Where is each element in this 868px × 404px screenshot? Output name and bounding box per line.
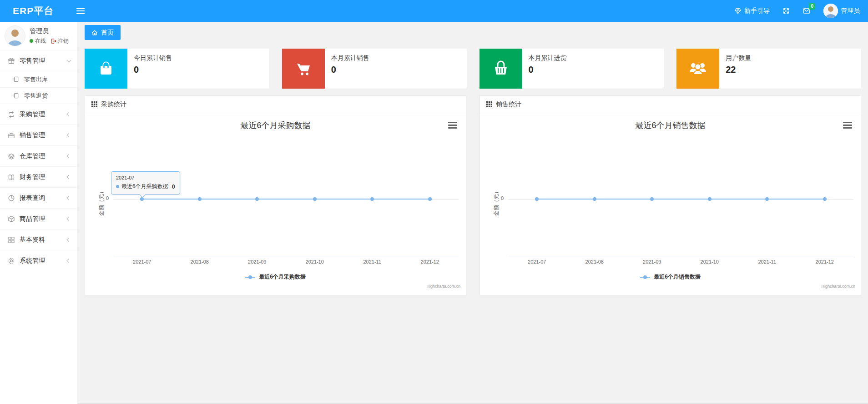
stat-card-month-sales[interactable]: 本月累计销售 0 (282, 49, 467, 89)
chevron-left-icon (67, 133, 71, 138)
sidebar: 管理员 在线 注销 零售管理 (0, 22, 77, 404)
stat-card-month-purchases[interactable]: 本月累计进货 0 (479, 49, 664, 89)
th-grid-icon (486, 101, 492, 107)
navbar-user-name: 管理员 (841, 7, 860, 15)
document-icon (13, 76, 20, 83)
tooltip-value: 0 (172, 184, 175, 190)
y-axis-title: 金额（元） (98, 189, 106, 216)
chevron-left-icon (67, 154, 71, 159)
gear-icon (8, 257, 15, 264)
data-point (255, 197, 259, 201)
stat-card-today-sales[interactable]: 今日累计销售 0 (85, 49, 269, 89)
sidebar-item-warehouse[interactable]: 仓库管理 (0, 145, 77, 166)
sales-stats-panel: 销售统计 最近6个月销售数据 金额（元） 0 2021-07 2021-08 2… (479, 95, 861, 295)
pie-chart-icon (8, 195, 15, 202)
chevron-left-icon (67, 259, 71, 263)
briefcase-icon (8, 132, 15, 139)
stat-card-value: 0 (529, 65, 567, 75)
legend-item[interactable]: 最近6个月销售数据 (480, 273, 861, 281)
y-axis-tick: 0 (85, 195, 109, 201)
stat-card-value: 0 (331, 65, 369, 75)
stat-card-user-count[interactable]: 用户数量 22 (676, 49, 861, 89)
shopping-basket-icon (490, 58, 511, 79)
purchase-stats-panel: 采购统计 最近6个月采购数据 金额（元） 0 2021-07 2021-08 2… (85, 95, 466, 295)
online-status-dot (30, 39, 33, 43)
data-point (765, 197, 769, 201)
tab-home[interactable]: 首页 (85, 25, 121, 40)
highcharts-credit-link[interactable]: Highcharts.com.cn (426, 284, 460, 289)
sidebar-item-retail[interactable]: 零售管理 (0, 50, 77, 71)
messages-button[interactable]: 0 (802, 7, 811, 15)
sidebar-item-products[interactable]: 商品管理 (0, 208, 77, 229)
tooltip-series-label: 最近6个月采购数据: (121, 183, 170, 190)
gift-icon (8, 57, 15, 65)
x-axis-label: 2021-07 (113, 259, 171, 264)
sidebar-item-sales[interactable]: 销售管理 (0, 125, 77, 145)
sidebar-item-retail-outbound[interactable]: 零售出库 (0, 71, 77, 87)
user-menu[interactable]: 管理员 (823, 4, 860, 18)
app-brand: ERP平台 (0, 5, 54, 17)
stat-card-value: 0 (134, 65, 172, 75)
sidebar-item-finance[interactable]: 财务管理 (0, 166, 77, 187)
repeat-icon (8, 111, 15, 118)
guide-button[interactable]: 新手引导 (734, 7, 770, 15)
chart-title: 最近6个月采购数据 (85, 120, 466, 131)
fullscreen-icon (782, 7, 790, 15)
sidebar-item-purchase[interactable]: 采购管理 (0, 104, 77, 125)
tooltip-header: 2021-07 (116, 175, 175, 180)
chart-context-menu-button[interactable] (842, 120, 853, 130)
avatar (823, 4, 838, 18)
chart-context-menu-button[interactable] (447, 120, 459, 130)
sidebar-item-retail-return[interactable]: 零售退货 (0, 87, 77, 104)
logout-button[interactable]: 注销 (50, 37, 69, 45)
tab-bar: 首页 (85, 25, 861, 40)
data-point (428, 197, 432, 201)
purchase-chart: 最近6个月采购数据 金额（元） 0 2021-07 2021-08 2021-0… (85, 113, 466, 295)
panel-header: 销售统计 (480, 96, 861, 113)
panel-title: 销售统计 (496, 100, 521, 109)
data-point (708, 197, 712, 201)
legend-marker-icon (640, 275, 650, 279)
data-point (650, 197, 654, 201)
x-axis-label: 2021-09 (228, 259, 286, 264)
panel-title: 采购统计 (101, 100, 126, 109)
chevron-left-icon (67, 238, 71, 242)
stat-cards-row: 今日累计销售 0 本月累计销售 0 (85, 49, 861, 89)
sidebar-item-basic-data[interactable]: 基本资料 (0, 229, 77, 250)
logout-label: 注销 (58, 37, 69, 45)
sidebar-menu: 零售管理 零售出库 零售退货 采购管理 销售管理 (0, 50, 77, 271)
tab-home-label: 首页 (101, 29, 114, 37)
data-point (198, 197, 202, 201)
x-axis-label: 2021-12 (401, 259, 458, 264)
sidebar-item-system[interactable]: 系统管理 (0, 250, 77, 271)
avatar (5, 25, 25, 46)
x-axis-label: 2021-11 (343, 259, 401, 264)
sidebar-user-name: 管理员 (30, 27, 69, 35)
highcharts-credit-link[interactable]: Highcharts.com.cn (821, 284, 855, 289)
book-icon (8, 174, 15, 181)
navbar-right: 新手引导 0 管理员 (734, 4, 868, 18)
sidebar-user-panel: 管理员 在线 注销 (0, 22, 77, 50)
data-point (535, 197, 539, 201)
y-axis-title: 金额（元） (493, 189, 500, 216)
data-point (370, 197, 374, 201)
legend-label: 最近6个月销售数据 (654, 273, 701, 281)
chevron-left-icon (67, 196, 71, 200)
x-axis-label: 2021-07 (508, 259, 565, 264)
chevron-left-icon (67, 175, 71, 180)
main-content: 首页 今日累计销售 0 (78, 22, 868, 404)
package-icon (8, 215, 15, 223)
shopping-bag-icon (96, 58, 116, 79)
sidebar-item-reports[interactable]: 报表查询 (0, 187, 77, 208)
online-status-label: 在线 (35, 37, 46, 45)
stat-card-label: 本月累计销售 (331, 54, 369, 62)
x-axis-label: 2021-09 (623, 259, 681, 264)
fullscreen-button[interactable] (782, 7, 790, 15)
top-navbar: ERP平台 新手引导 0 (0, 0, 868, 22)
legend-marker-icon (245, 275, 255, 279)
sidebar-toggle-icon[interactable] (76, 8, 85, 14)
series-line (142, 199, 430, 200)
data-point (140, 197, 144, 201)
legend-item[interactable]: 最近6个月采购数据 (85, 273, 466, 281)
panel-header: 采购统计 (85, 96, 466, 113)
